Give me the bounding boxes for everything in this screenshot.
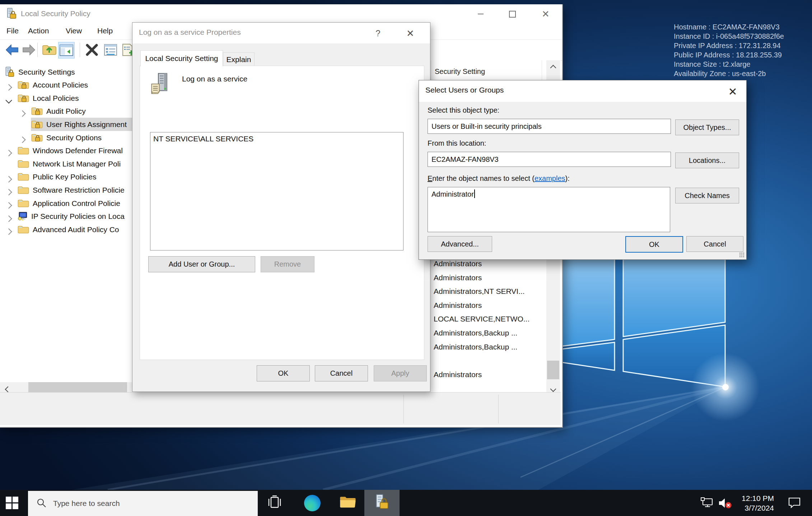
tree-item-network-list-manager-poli[interactable]: Network List Manager Poli — [0, 157, 132, 170]
check-names-button[interactable]: Check Names — [675, 188, 739, 203]
volume-muted-icon — [718, 497, 732, 511]
button-label: Cancel — [330, 369, 353, 377]
list-item[interactable]: NT SERVICE\ALL SERVICES — [150, 132, 403, 145]
security-setting-row[interactable]: Administrators — [434, 271, 482, 285]
volume-tray-button[interactable] — [718, 497, 732, 511]
instance-info: Hostname : EC2AMAZ-FAN98V3Instance ID : … — [674, 22, 784, 78]
security-setting-row[interactable]: Administrators — [434, 368, 482, 381]
tree-item-label: Security Options — [46, 133, 102, 142]
policy-name: Log on as a service — [182, 75, 247, 83]
security-setting-row[interactable]: Administrators,Backup ... — [434, 326, 517, 340]
security-setting-row[interactable]: Administrators — [434, 299, 482, 312]
column-header-security-setting[interactable]: Security Setting — [431, 60, 542, 83]
ok-button[interactable]: OK — [257, 365, 310, 381]
tree-item-label: Advanced Audit Policy Co — [33, 225, 119, 234]
security-setting-row[interactable]: Administrators,Backup ... — [434, 340, 517, 354]
chevron-right-icon[interactable] — [6, 188, 11, 196]
security-setting-row[interactable]: LOCAL SERVICE,NETWO... — [434, 312, 529, 326]
policy-server-icon — [150, 72, 173, 97]
chevron-right-icon[interactable] — [6, 227, 11, 236]
tree-item-account-policies[interactable]: Account Policies — [0, 79, 132, 92]
button-label: Remove — [274, 260, 301, 268]
tree-item-security-settings[interactable]: Security Settings — [0, 65, 132, 79]
field-value: EC2AMAZ-FAN98V3 — [431, 155, 499, 164]
chevron-right-icon[interactable] — [6, 175, 11, 183]
tree-item-software-restriction-policie[interactable]: Software Restriction Policie — [0, 183, 132, 197]
tree-item-audit-policy[interactable]: Audit Policy — [0, 105, 132, 118]
assigned-users-listbox[interactable]: NT SERVICE\ALL SERVICES — [150, 132, 403, 250]
network-icon — [700, 497, 714, 510]
task-view-button[interactable] — [266, 494, 284, 512]
action-center-button[interactable] — [788, 497, 801, 510]
tree-item-label: Public Key Policies — [33, 173, 96, 181]
status-bar-separator — [498, 395, 499, 423]
chevron-right-icon[interactable] — [20, 109, 25, 118]
resize-grip[interactable] — [739, 252, 744, 257]
network-tray-button[interactable] — [700, 497, 714, 510]
ok-button[interactable]: OK — [625, 236, 683, 253]
help-button[interactable]: ? — [370, 26, 386, 41]
forward-icon[interactable] — [21, 42, 37, 58]
tab-explain[interactable]: Explain — [223, 52, 255, 66]
tree-item-application-control-policie[interactable]: Application Control Policie — [0, 197, 132, 210]
tree-item-label: IP Security Policies on Loca — [31, 212, 125, 221]
maximize-button[interactable] — [501, 4, 524, 24]
file-explorer-button[interactable] — [339, 494, 357, 512]
folder-icon — [17, 225, 29, 234]
back-icon[interactable] — [4, 42, 20, 58]
locations-button[interactable]: Locations... — [675, 153, 739, 168]
chevron-right-icon[interactable] — [6, 149, 11, 157]
object-type-field[interactable]: Users or Built-in security principals — [428, 119, 671, 134]
tree-item-user-rights-assignment[interactable]: User Rights Assignment — [0, 118, 132, 131]
tree-item-ip-security-policies-on-loca[interactable]: IP Security Policies on Loca — [0, 210, 132, 223]
object-names-input[interactable]: Administrator — [428, 187, 670, 232]
chevron-right-icon[interactable] — [6, 201, 11, 210]
tree-item-advanced-audit-policy-co[interactable]: Advanced Audit Policy Co — [0, 223, 132, 236]
tree-item-label: Security Settings — [18, 68, 75, 76]
menu-file[interactable]: File — [6, 27, 19, 35]
folder-lock-icon — [31, 107, 43, 116]
advanced-button[interactable]: Advanced... — [428, 236, 492, 252]
menu-help[interactable]: Help — [97, 27, 113, 35]
cancel-button[interactable]: Cancel — [686, 236, 743, 252]
tab-local-security-setting[interactable]: Local Security Setting — [140, 50, 223, 66]
close-button[interactable]: ✕ — [402, 26, 418, 41]
button-label: Object Types... — [683, 123, 731, 132]
location-field[interactable]: EC2AMAZ-FAN98V3 — [428, 152, 671, 167]
tree-item-label: Application Control Policie — [33, 199, 120, 208]
menu-action[interactable]: Action — [28, 27, 49, 35]
tree-item-local-policies[interactable]: Local Policies — [0, 92, 132, 105]
label-text: E — [428, 174, 432, 182]
add-user-or-group-button[interactable]: Add User or Group... — [148, 256, 255, 272]
tree-item-label: Windows Defender Firewal — [33, 146, 123, 155]
edge-button[interactable] — [303, 494, 321, 512]
taskbar-search-input[interactable]: Type here to search — [28, 491, 258, 516]
object-types-button[interactable]: Object Types... — [675, 119, 739, 135]
properties-icon[interactable] — [103, 42, 118, 58]
menu-view[interactable]: View — [66, 27, 82, 35]
start-button[interactable] — [5, 496, 19, 510]
dialog-title: Log on as a service Properties — [139, 28, 241, 37]
taskbar-clock[interactable]: 12:10 PM 3/7/2024 — [732, 493, 774, 513]
scroll-up-button[interactable] — [546, 60, 560, 74]
cancel-button[interactable]: Cancel — [315, 365, 368, 381]
vertical-scroll-thumb[interactable] — [547, 361, 559, 379]
delete-icon[interactable] — [84, 42, 100, 58]
chevron-right-icon[interactable] — [6, 214, 11, 223]
close-button[interactable]: ✕ — [534, 4, 557, 24]
remove-button[interactable]: Remove — [261, 256, 314, 272]
up-one-level-icon[interactable] — [42, 42, 57, 58]
show-console-tree-icon[interactable] — [58, 42, 75, 58]
tree-item-security-options[interactable]: Security Options — [0, 131, 132, 144]
tree-item-public-key-policies[interactable]: Public Key Policies — [0, 170, 132, 184]
apply-button[interactable]: Apply — [374, 365, 427, 381]
chevron-down-icon[interactable] — [6, 96, 11, 104]
security-setting-row[interactable]: Administrators,NT SERVI... — [434, 285, 525, 298]
local-security-policy-taskbar-button[interactable] — [364, 490, 400, 516]
chevron-right-icon[interactable] — [6, 83, 11, 92]
minimize-button[interactable] — [469, 4, 492, 24]
close-button[interactable]: ✕ — [725, 85, 741, 99]
examples-link[interactable]: examples — [535, 174, 565, 182]
chevron-right-icon[interactable] — [20, 135, 25, 144]
tree-item-windows-defender-firewal[interactable]: Windows Defender Firewal — [0, 144, 132, 158]
